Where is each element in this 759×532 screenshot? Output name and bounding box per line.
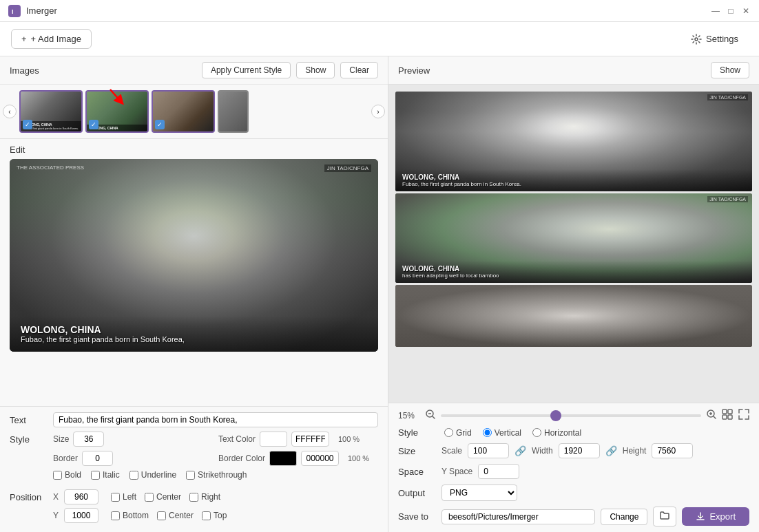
bold-checkbox-group[interactable]: Bold — [53, 470, 81, 480]
zoom-thumb[interactable] — [550, 410, 561, 421]
top-checkbox-group[interactable]: Top — [202, 511, 227, 520]
open-folder-button[interactable] — [653, 507, 676, 526]
width-label: Width — [532, 446, 553, 456]
text-color-hex[interactable] — [291, 432, 329, 447]
preview-area[interactable]: JIN TAO/CNFGA WOLONG, CHINA Fubao, the f… — [388, 85, 759, 403]
border-input[interactable] — [82, 451, 113, 466]
edit-section: Edit THE ASSOCIATED PRESS JIN TAO/CNFGA … — [0, 139, 388, 406]
grid-radio[interactable] — [444, 428, 453, 437]
underline-checkbox-group[interactable]: Underline — [129, 470, 176, 480]
preview-text-sub-2: has been adapting well to local bamboo — [402, 273, 745, 279]
left-panel: Images Apply Current Style Show Clear ‹ — [0, 56, 388, 532]
zoom-out-icon[interactable] — [426, 409, 435, 421]
app-icon: I — [8, 5, 21, 17]
svg-line-6 — [433, 416, 435, 418]
thumbnail-item[interactable]: WOLONG, CHINA Fubao, first giant panda b… — [19, 90, 83, 133]
svg-rect-11 — [722, 409, 727, 414]
bold-checkbox[interactable] — [53, 471, 62, 480]
strikethrough-checkbox-group[interactable]: Strikethrough — [186, 470, 247, 480]
text-color-swatch[interactable] — [260, 432, 287, 447]
show-preview-button[interactable]: Show — [711, 62, 749, 78]
position-row-y: Y Bottom Center Top — [10, 508, 378, 523]
scale-input[interactable] — [468, 443, 509, 458]
right-checkbox[interactable] — [189, 493, 198, 502]
right-checkbox-group[interactable]: Right — [189, 492, 220, 502]
position-row-x: Position X Left Center — [10, 489, 378, 504]
thumbnail-item[interactable] — [218, 90, 249, 133]
thumbnails-prev-button[interactable]: ‹ — [3, 105, 17, 118]
left-checkbox-group[interactable]: Left — [111, 492, 136, 502]
border-color-hex[interactable] — [301, 451, 339, 466]
center-y-checkbox-group[interactable]: Center — [157, 511, 194, 520]
minimize-button[interactable]: — — [711, 6, 720, 16]
x-alignment-options: Left Center Right — [111, 492, 220, 502]
border-color-swatch[interactable] — [269, 451, 297, 466]
output-row: Output PNG JPG WEBP — [398, 485, 749, 501]
main-content: Images Apply Current Style Show Clear ‹ — [0, 56, 759, 532]
size-group: Size — [53, 432, 213, 447]
saveto-label: Save to — [398, 511, 436, 522]
fullscreen-icon[interactable] — [738, 409, 749, 422]
text-label: Text — [10, 415, 48, 425]
canvas-watermark-tl: THE ASSOCIATED PRESS — [17, 164, 84, 171]
size-label: Size — [53, 434, 69, 444]
y-input[interactable] — [64, 508, 98, 523]
svg-rect-14 — [728, 415, 732, 419]
saveto-path-input[interactable] — [441, 509, 595, 524]
thumbnails-next-button[interactable]: › — [371, 105, 385, 118]
vertical-radio[interactable] — [483, 428, 492, 437]
horizontal-radio[interactable] — [532, 428, 541, 437]
text-color-label: Text Color — [218, 434, 256, 444]
thumbnail-item[interactable] — [152, 90, 215, 133]
images-label: Images — [10, 65, 196, 76]
zoom-slider[interactable] — [441, 414, 701, 417]
center-x-checkbox[interactable] — [145, 493, 154, 502]
output-format-select[interactable]: PNG JPG WEBP — [441, 485, 517, 501]
strikethrough-label: Strikethrough — [198, 470, 247, 480]
height-label: Height — [623, 446, 647, 456]
bottom-checkbox[interactable] — [111, 511, 120, 520]
add-image-button[interactable]: + + Add Image — [11, 29, 92, 49]
top-checkbox[interactable] — [202, 511, 211, 520]
preview-watermark-2: JIN TAO/CNFGA — [707, 196, 748, 202]
svg-point-2 — [695, 38, 698, 41]
change-path-button[interactable]: Change — [601, 509, 647, 525]
height-input[interactable] — [652, 443, 693, 458]
show-images-button[interactable]: Show — [296, 62, 335, 78]
strikethrough-checkbox[interactable] — [186, 471, 195, 480]
border-group: Border — [53, 451, 213, 466]
size-row: Size Scale 🔗 Width 🔗 Height — [398, 443, 749, 458]
thumbnail-item[interactable]: WOLONG, CHINA — [85, 90, 149, 133]
window-controls: — □ ✕ — [711, 6, 751, 16]
zoom-in-icon[interactable] — [707, 409, 716, 421]
italic-checkbox[interactable] — [91, 471, 100, 480]
export-button[interactable]: Export — [682, 507, 749, 526]
width-input[interactable] — [559, 443, 600, 458]
center-x-checkbox-group[interactable]: Center — [145, 492, 181, 502]
images-header: Images Apply Current Style Show Clear — [0, 56, 388, 85]
settings-button[interactable]: Settings — [681, 30, 748, 49]
text-input[interactable] — [53, 412, 378, 427]
grid-radio-item[interactable]: Grid — [444, 428, 472, 438]
underline-checkbox[interactable] — [129, 471, 138, 480]
size-link-icon[interactable]: 🔗 — [605, 445, 617, 456]
center-y-checkbox[interactable] — [157, 511, 166, 520]
y-space-input[interactable] — [478, 464, 519, 479]
bottom-checkbox-group[interactable]: Bottom — [111, 511, 149, 520]
fit-icon[interactable] — [722, 409, 733, 422]
maximize-button[interactable]: □ — [726, 6, 736, 16]
size-input[interactable] — [73, 432, 104, 447]
italic-checkbox-group[interactable]: Italic — [91, 470, 120, 480]
horizontal-radio-item[interactable]: Horizontal — [532, 428, 581, 438]
apply-style-button[interactable]: Apply Current Style — [202, 62, 291, 78]
style-options-label: Style — [398, 427, 436, 438]
export-icon — [696, 512, 705, 522]
close-button[interactable]: ✕ — [741, 6, 751, 16]
left-checkbox[interactable] — [111, 493, 120, 502]
bottom-label: Bottom — [123, 511, 149, 520]
scale-link-icon[interactable]: 🔗 — [514, 445, 526, 456]
vertical-radio-item[interactable]: Vertical — [483, 428, 521, 438]
x-input[interactable] — [64, 489, 98, 504]
horizontal-label: Horizontal — [544, 428, 581, 438]
clear-button[interactable]: Clear — [340, 62, 378, 78]
